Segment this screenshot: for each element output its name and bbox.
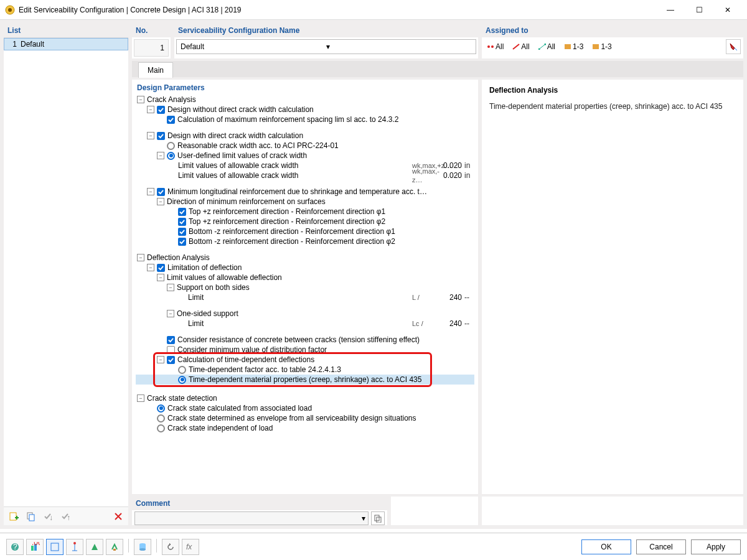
collapse-icon[interactable]: − [137,254,144,261]
titlebar: Edit Serviceability Configuration | Conc… [0,0,747,20]
assigned-chip[interactable]: All [536,41,558,52]
assigned-chip[interactable]: 1-3 [561,41,586,52]
name-dropdown[interactable]: Default ▾ [176,39,476,54]
collapse-icon[interactable]: − [147,106,154,113]
check2-button[interactable]: ↑ [59,509,73,524]
list-row-num: 1 [7,40,21,49]
collapse-icon[interactable]: − [147,264,154,271]
comment-copy-button[interactable] [371,511,385,525]
collapse-icon[interactable]: − [157,198,164,205]
fx-button[interactable]: fx [182,539,199,555]
svg-point-1 [8,8,12,12]
comment-input[interactable]: ▾ [134,511,369,525]
calc-button[interactable]: ? [6,539,24,555]
name-box: Serviceability Configuration Name Defaul… [174,24,478,58]
name-header: Serviceability Configuration Name [174,24,478,37]
view4-button[interactable] [106,539,123,555]
assigned-chip[interactable]: All [510,41,532,52]
delete-button[interactable] [111,509,126,524]
assigned-box: Assigned to All All All 1-3 1-3 [482,24,743,58]
svg-rect-4 [16,516,17,520]
checkbox[interactable] [167,356,175,364]
checkbox[interactable] [157,106,165,114]
ok-button[interactable]: OK [581,539,631,554]
copy-button[interactable] [24,509,39,524]
radio[interactable] [178,366,186,374]
cancel-button[interactable]: Cancel [636,539,686,554]
svg-point-27 [73,542,76,544]
collapse-icon[interactable]: − [147,132,154,139]
checkbox[interactable] [167,116,175,124]
svg-rect-25 [51,543,59,551]
collapse-icon[interactable]: − [157,356,164,363]
params-header: Design Parameters [132,80,478,95]
chevron-down-icon: ▾ [362,514,365,523]
comment-box: Comment ▾ [132,497,387,525]
list-toolbar: ↓ ↑ [4,506,128,525]
new-button[interactable] [6,509,21,524]
info-panel: Deflection Analysis Time-dependent mater… [482,80,743,494]
svg-text:↑: ↑ [67,513,70,521]
collapse-icon[interactable]: − [147,188,154,195]
collapse-icon[interactable]: − [167,284,174,291]
undo-button[interactable] [162,539,179,555]
tabs-row: Main [132,61,743,77]
checkbox[interactable] [167,336,175,344]
no-value: 1 [134,39,169,57]
assigned-header: Assigned to [482,24,743,37]
view2-button[interactable] [66,539,83,555]
apply-button[interactable]: Apply [691,539,741,554]
close-button[interactable]: ✕ [713,1,742,19]
svg-point-32 [139,548,146,551]
collapse-icon[interactable]: − [137,96,144,103]
checkbox[interactable] [178,238,186,246]
tab-main[interactable]: Main [138,62,173,78]
radio[interactable] [167,142,175,150]
checkbox[interactable] [167,346,175,354]
checkbox[interactable] [157,264,165,272]
params-tree: −Crack Analysis −Design without direct c… [132,95,478,494]
db-button[interactable] [134,539,151,555]
radio[interactable] [157,424,165,432]
checkbox[interactable] [178,218,186,226]
info-text: Time-dependent material properties (cree… [489,102,736,111]
svg-rect-15 [565,44,571,49]
collapse-icon[interactable]: − [157,152,164,159]
comment-header: Comment [132,497,387,510]
list-panel: List 1 Default ↓ ↑ [4,24,128,525]
assigned-chip[interactable]: 1-3 [590,41,614,52]
list-row-name: Default [21,40,44,49]
collapse-icon[interactable]: − [157,274,164,281]
check1-button[interactable]: ↓ [41,509,56,524]
assigned-chip[interactable]: All [484,41,506,52]
svg-rect-16 [593,44,599,49]
checkbox[interactable] [178,228,186,236]
list-row[interactable]: 1 Default [4,38,128,50]
svg-line-12 [539,44,545,49]
radio[interactable] [157,404,165,413]
svg-rect-6 [29,515,34,521]
radio[interactable] [167,152,175,160]
window-title: Edit Serviceability Configuration | Conc… [19,6,656,14]
minimize-button[interactable]: ― [656,1,685,19]
svg-point-9 [487,45,490,48]
units-button[interactable]: .00 [26,539,44,555]
svg-line-11 [513,44,519,49]
collapse-icon[interactable]: − [137,394,144,402]
assign-pick-button[interactable] [726,39,741,54]
checkbox[interactable] [157,132,165,140]
view1-button[interactable] [46,539,63,555]
info-title: Deflection Analysis [489,86,736,95]
radio[interactable] [178,376,186,384]
checkbox[interactable] [178,208,186,216]
maximize-button[interactable]: ☐ [685,1,713,19]
footer: ? .00 fx OK Cancel Apply [0,533,747,560]
view3-button[interactable] [86,539,103,555]
checkbox[interactable] [157,188,165,196]
radio[interactable] [157,414,165,422]
collapse-icon[interactable]: − [167,310,174,317]
svg-rect-2 [10,513,16,520]
svg-point-10 [491,45,494,48]
list-header: List [4,24,128,38]
svg-rect-29 [113,549,116,551]
